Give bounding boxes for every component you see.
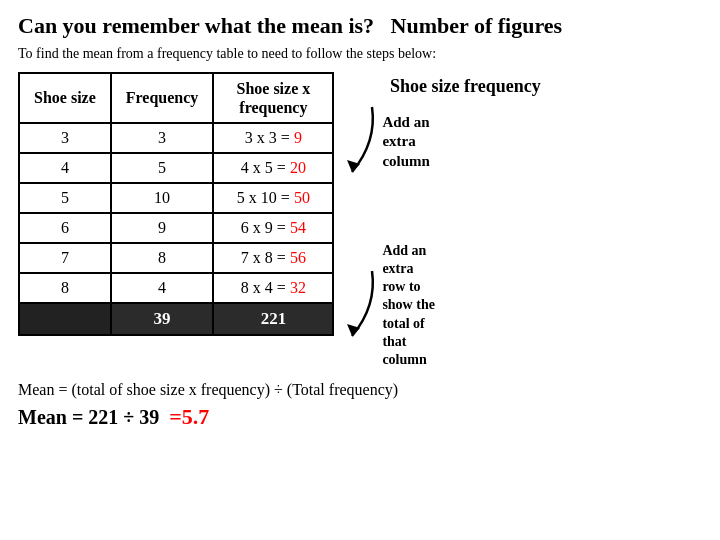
calculation: 3 x 3 = 9 (213, 123, 333, 153)
shoe-size: 6 (19, 213, 111, 243)
frequency: 3 (111, 123, 214, 153)
chart-label: Shoe size frequency (390, 76, 570, 98)
col-header-freq: Frequency (111, 73, 214, 123)
shoe-size: 3 (19, 123, 111, 153)
annotations: Add anextracolumn Add anextrarow toshow … (342, 74, 435, 369)
calculation: 7 x 8 = 56 (213, 243, 333, 273)
main-layout: Shoe size Frequency Shoe size xfrequency… (18, 72, 702, 369)
frequency: 9 (111, 213, 214, 243)
calculation: 6 x 9 = 54 (213, 213, 333, 243)
arrow-icon-2 (342, 266, 382, 346)
page-title: Can you remember what the mean is? Numbe… (18, 10, 702, 40)
total-freq: 39 (111, 303, 214, 335)
bottom-section: Mean = (total of shoe size x frequency) … (18, 381, 702, 430)
table-row: 5 10 5 x 10 = 50 (19, 183, 333, 213)
frequency: 4 (111, 273, 214, 303)
add-column-note: Add anextracolumn (382, 113, 430, 172)
col-header-shoe: Shoe size (19, 73, 111, 123)
arrow-icon (342, 102, 382, 182)
frequency: 8 (111, 243, 214, 273)
mean-calculation: Mean = 221 ÷ 39 =5.7 (18, 404, 702, 430)
total-row: 39 221 (19, 303, 333, 335)
frequency: 10 (111, 183, 214, 213)
table-row: 8 4 8 x 4 = 32 (19, 273, 333, 303)
frequency-table-section: Shoe size Frequency Shoe size xfrequency… (18, 72, 334, 336)
frequency-table: Shoe size Frequency Shoe size xfrequency… (18, 72, 334, 336)
table-row: 6 9 6 x 9 = 54 (19, 213, 333, 243)
shoe-size: 5 (19, 183, 111, 213)
page-container: Can you remember what the mean is? Numbe… (0, 0, 720, 440)
row-note: Add anextrarow toshow thetotal ofthatcol… (342, 242, 435, 369)
total-calc: 221 (213, 303, 333, 335)
table-row: 3 3 3 x 3 = 9 (19, 123, 333, 153)
col-note: Add anextracolumn (342, 102, 435, 182)
table-row: 7 8 7 x 8 = 56 (19, 243, 333, 273)
subtitle-text: To find the mean from a frequency table … (18, 46, 702, 62)
frequency: 5 (111, 153, 214, 183)
total-label (19, 303, 111, 335)
shoe-size: 7 (19, 243, 111, 273)
shoe-size: 8 (19, 273, 111, 303)
col-header-calc: Shoe size xfrequency (213, 73, 333, 123)
table-row: 4 5 4 x 5 = 20 (19, 153, 333, 183)
mean-formula: Mean = (total of shoe size x frequency) … (18, 381, 702, 399)
add-row-note: Add anextrarow toshow thetotal ofthatcol… (382, 242, 435, 369)
calculation: 8 x 4 = 32 (213, 273, 333, 303)
shoe-size: 4 (19, 153, 111, 183)
mean-result: =5.7 (169, 404, 209, 429)
calculation: 5 x 10 = 50 (213, 183, 333, 213)
calculation: 4 x 5 = 20 (213, 153, 333, 183)
